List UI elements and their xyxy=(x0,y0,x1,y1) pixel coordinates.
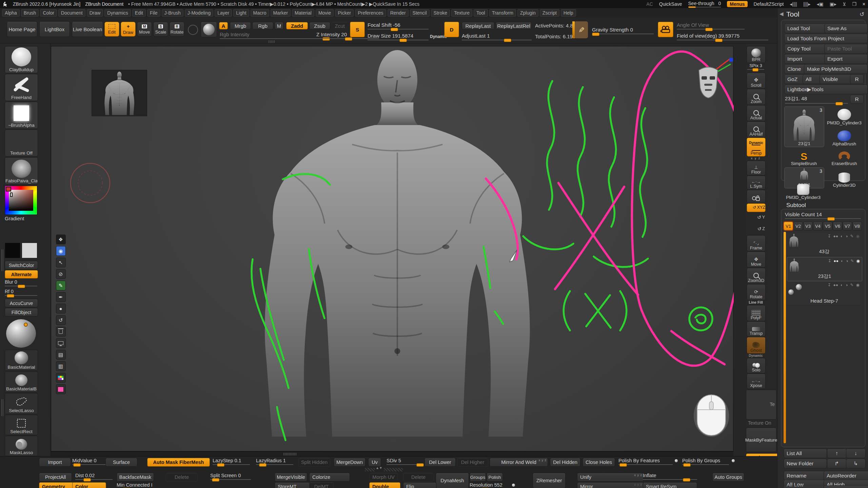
resolution-mode-dot[interactable] xyxy=(512,484,515,487)
menu-movie[interactable]: Movie xyxy=(316,9,334,17)
color-sphere[interactable] xyxy=(6,319,36,348)
tool-item[interactable]: S SimpleBrush xyxy=(784,148,824,166)
tool-item[interactable]: EraserBrush xyxy=(826,148,862,166)
fibermesh-import-button[interactable]: Import xyxy=(39,458,71,467)
hue-cursor[interactable] xyxy=(6,187,11,191)
xyz-axis-toggles[interactable]: x y z xyxy=(634,473,642,477)
dist-slider[interactable]: Dist 0.02 xyxy=(75,473,113,480)
zoom-button[interactable]: Zoom xyxy=(747,89,766,105)
auto-mask-fibermesh-button[interactable]: Auto Mask FiberMesh xyxy=(147,458,210,467)
subtool-contrast-icon[interactable]: ◑ xyxy=(845,234,848,239)
tool-r-button[interactable]: R xyxy=(850,95,864,104)
move-3d-button[interactable]: ✥Move xyxy=(747,251,766,268)
local-symmetry-button[interactable]: ←·→L.Sym xyxy=(747,176,766,190)
color-palette-icon[interactable] xyxy=(56,373,66,383)
color-picker[interactable] xyxy=(5,186,37,215)
accucurve-button[interactable]: AccuCurve xyxy=(5,299,38,307)
live-boolean-button[interactable]: Live Boolean xyxy=(72,21,103,37)
close-holes-button[interactable]: Close Holes xyxy=(583,458,615,467)
transparency-button[interactable]: Transp xyxy=(747,321,766,337)
split-hidden-button[interactable]: Split Hidden xyxy=(298,458,330,467)
actual-size-button[interactable]: Actual xyxy=(747,105,766,121)
visible-count-slider[interactable]: Visible Count 14 xyxy=(785,211,861,219)
menu-texture[interactable]: Texture xyxy=(451,9,472,17)
subtool-eye-icon[interactable]: ◉ xyxy=(856,283,860,287)
subtool-polypaint-icon[interactable]: ●● xyxy=(833,283,838,287)
colorize-button[interactable]: Colorize xyxy=(309,473,350,482)
tray-collapse-icon[interactable]: ◀ xyxy=(780,11,784,17)
slider-handle[interactable] xyxy=(7,294,14,298)
gravity-direction-widget[interactable] xyxy=(572,21,575,38)
select-rect-button[interactable]: SelectRect xyxy=(5,415,38,435)
sdiv-step-icons[interactable]: ▲▼ xyxy=(376,466,382,470)
subtool-brush-icon[interactable]: ✎ xyxy=(850,283,853,287)
dynamesh-button[interactable]: DynaMesh xyxy=(436,473,469,488)
delete-button-2[interactable]: Delete xyxy=(403,473,434,482)
angle-of-view-slider[interactable]: Angle Of View xyxy=(677,22,745,29)
menu-light[interactable]: Light xyxy=(233,9,249,17)
menu-zplugin[interactable]: Zplugin xyxy=(517,9,538,17)
rgb-button[interactable]: Rgb xyxy=(252,22,273,29)
menu-alpha[interactable]: Alpha xyxy=(2,9,20,17)
store-mt-button[interactable]: StoreMT xyxy=(275,482,310,488)
zoom3d-button[interactable]: Zoom3D xyxy=(747,268,766,284)
min-connected-slider[interactable]: Min Connected I xyxy=(117,482,161,488)
texture-on-label[interactable]: Texture On xyxy=(746,420,778,426)
minimize-icon[interactable]: ⊻ xyxy=(843,1,846,7)
tray-resize-grip[interactable] xyxy=(1,399,4,416)
menu-stroke[interactable]: Stroke xyxy=(431,9,450,17)
menu-stencil[interactable]: Stencil xyxy=(410,9,430,17)
subtool-polypaint-icon[interactable]: ●● xyxy=(833,259,839,263)
menu-j-brush[interactable]: J-Brush xyxy=(162,9,183,17)
current-alpha-button[interactable]: ~BrushAlpha xyxy=(5,102,38,129)
xpose-button[interactable]: ←·→Xpose xyxy=(747,373,766,389)
no-draw-icon[interactable]: ⊘ xyxy=(56,269,66,279)
polish-button[interactable]: Polish xyxy=(487,473,503,482)
move-mode-button[interactable]: M Move xyxy=(137,22,152,37)
groups-polish-button[interactable]: Groups xyxy=(470,473,486,482)
paste-tool-button[interactable]: Paste Tool xyxy=(824,44,868,54)
merge-down-button[interactable]: MergeDown xyxy=(334,458,366,467)
lazyradius-slider[interactable]: LazyRadius 1 xyxy=(256,458,293,465)
polish-features-mode-dot[interactable] xyxy=(675,459,678,462)
quicksave-button[interactable]: QuickSave xyxy=(659,1,682,7)
tool-item[interactable]: AlphaBrush xyxy=(826,127,862,146)
tool-item-slider[interactable]: 23강1. 48 xyxy=(785,96,848,104)
notes-icon[interactable]: ▥ xyxy=(56,361,66,371)
polish-by-groups-slider[interactable]: Polish By Groups xyxy=(682,458,729,465)
xyz-axis-toggles[interactable]: x y z xyxy=(538,459,547,462)
scrollbar-grip[interactable] xyxy=(283,453,297,455)
camera-icon[interactable] xyxy=(658,22,673,37)
adjust-last-slider[interactable]: AdjustLast 1 xyxy=(462,33,532,40)
current-texture-button[interactable]: Texture Off xyxy=(5,129,38,157)
resolution-slider[interactable]: Resolution 552 xyxy=(470,482,510,488)
subtool-row-selected[interactable]: ↧ ●● ◐ ◑ ✎ ◉ 23강1 xyxy=(787,257,862,281)
export-button[interactable]: Export xyxy=(824,54,868,64)
subtool-uv-icon[interactable]: ◐ xyxy=(841,259,843,263)
window-layout-left-icon[interactable]: ◂▣ xyxy=(816,1,823,7)
menu-marker[interactable]: Marker xyxy=(271,9,291,17)
subtool-eye-icon[interactable]: ◉ xyxy=(856,234,860,239)
del-hidden-button[interactable]: Del Hidden xyxy=(550,458,580,467)
tray-collapse-right-icon[interactable]: ||||▸ xyxy=(803,1,811,7)
rotate-3d-button[interactable]: ⟳Rotate xyxy=(747,284,766,300)
see-through-slider[interactable]: See-through 0 xyxy=(688,1,721,7)
window-layout-right-icon[interactable]: ▣▸ xyxy=(830,1,836,7)
menu-dynamics[interactable]: Dynamics xyxy=(104,9,131,17)
rotate-mode-button[interactable]: R Rotate xyxy=(170,22,184,37)
restore-icon[interactable]: ❒ xyxy=(852,1,856,7)
slider-handle[interactable] xyxy=(212,478,219,482)
subtool-row[interactable]: ↧ ●● ◐ ◑ ✎ ◉ Head Step-7 xyxy=(787,281,862,305)
slider-handle[interactable] xyxy=(504,39,511,42)
sv-cursor[interactable] xyxy=(10,192,13,197)
menu-macro[interactable]: Macro xyxy=(251,9,269,17)
stroke-s-icon[interactable]: S xyxy=(350,22,365,37)
tray-collapse-left-icon[interactable]: ◂|||| xyxy=(790,1,797,7)
material-preview-button[interactable] xyxy=(201,22,217,37)
polish-by-features-slider[interactable]: Polish By Features xyxy=(618,458,673,465)
slider-handle[interactable] xyxy=(83,478,91,482)
solo-button[interactable]: Solo xyxy=(747,358,766,373)
slider-handle[interactable] xyxy=(345,37,352,41)
mask-by-feature-button[interactable]: MaskByFeature xyxy=(746,428,776,452)
slider-handle[interactable] xyxy=(683,463,691,467)
